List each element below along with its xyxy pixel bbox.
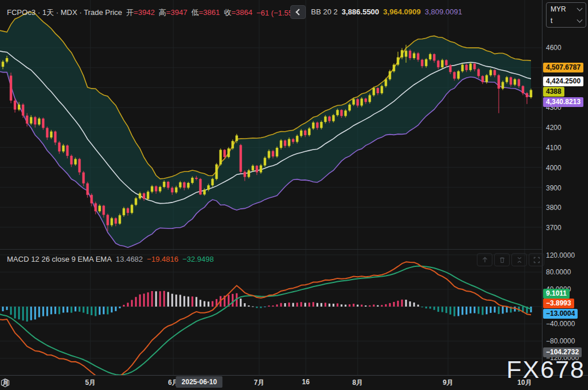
time-label: 8月 bbox=[352, 378, 363, 388]
chevron-down-icon bbox=[577, 6, 583, 12]
unit-value: t bbox=[551, 17, 552, 25]
macd-line-badge: −3.8993 bbox=[543, 299, 574, 308]
macd-hist-badge: −13.0004 bbox=[543, 309, 578, 319]
macd-signal-badge: 9.1011 bbox=[543, 289, 570, 299]
time-label: 5月 bbox=[85, 378, 96, 388]
main-chart-pane[interactable] bbox=[0, 0, 542, 249]
scale-tick: −80.0000 bbox=[546, 337, 575, 345]
bb-title[interactable]: BB 20 2 bbox=[311, 7, 337, 16]
move-pane-up-button[interactable] bbox=[477, 253, 492, 266]
price-scale[interactable]: 46004300420041004000390038003700120.0000… bbox=[542, 0, 588, 375]
ohlc-high: 高=3947 bbox=[159, 7, 188, 18]
time-label: 7月 bbox=[254, 378, 265, 388]
chart-window: FCPOc3 · 1天 · MDX · Trade Price 开=3942 高… bbox=[0, 0, 588, 390]
price-axis-border bbox=[542, 0, 543, 375]
scale-tick: 4000 bbox=[546, 164, 562, 172]
macd-pane[interactable] bbox=[0, 249, 542, 375]
time-label: 9月 bbox=[443, 378, 454, 388]
scale-tick: 80.0000 bbox=[546, 268, 571, 276]
symbol-legend: FCPOc3 · 1天 · MDX · Trade Price 开=3942 高… bbox=[7, 7, 302, 18]
macd-histogram bbox=[0, 291, 532, 322]
unit-selector[interactable]: t bbox=[551, 17, 582, 25]
bb-basis-badge: 4,424.2500 bbox=[543, 77, 583, 86]
collapse-pane-button[interactable] bbox=[511, 253, 527, 266]
macd-signal-value: −32.9498 bbox=[183, 255, 214, 263]
currency-selector[interactable]: MYR bbox=[551, 5, 582, 13]
scale-tick: 3900 bbox=[546, 184, 562, 192]
bb-upper-value: 3,964.0909 bbox=[383, 7, 420, 16]
scale-tick: 4100 bbox=[546, 144, 562, 152]
currency-value: MYR bbox=[551, 5, 566, 13]
scale-tick: 120.0000 bbox=[546, 251, 575, 259]
bb-upper-badge: 4,507.6787 bbox=[543, 63, 583, 72]
macd-title[interactable]: MACD 12 26 close 9 EMA EMA bbox=[7, 255, 112, 263]
scale-tick: 4600 bbox=[546, 44, 562, 52]
ohlc-open: 开=3942 bbox=[126, 7, 155, 18]
scale-tick: 4200 bbox=[546, 124, 562, 132]
fx678-watermark: FX678 bbox=[506, 355, 585, 384]
bb-lower-badge: 4,340.8213 bbox=[543, 97, 583, 107]
scale-tick: 3800 bbox=[546, 204, 562, 212]
macd-pane-toolbar bbox=[477, 253, 544, 266]
last-price-badge: 4388 bbox=[543, 87, 564, 97]
ohlc-low: 低=3861 bbox=[191, 7, 220, 18]
time-scale[interactable]: 2025-06-10 月5月6月7月168月9月10月 bbox=[0, 376, 588, 390]
scale-settings-icon[interactable] bbox=[0, 378, 10, 388]
pane-separator[interactable] bbox=[0, 249, 588, 250]
crosshair-date-badge: 2025-06-10 bbox=[176, 376, 222, 388]
macd-hist-value: 13.4682 bbox=[116, 255, 143, 263]
time-label: 16 bbox=[302, 378, 309, 386]
chevron-left-icon bbox=[295, 9, 302, 15]
scale-unit-box: MYR t bbox=[546, 2, 586, 28]
ohlc-close: 收=3864 bbox=[224, 7, 253, 18]
maximize-pane-button[interactable] bbox=[529, 253, 544, 266]
bb-lower-value: 3,809.0091 bbox=[424, 7, 462, 16]
scale-tick: 3700 bbox=[546, 224, 562, 232]
legend-back-button[interactable] bbox=[290, 5, 306, 19]
bb-legend: BB 20 2 3,886.5500 3,964.0909 3,809.0091 bbox=[311, 7, 462, 16]
chevron-down-icon bbox=[577, 17, 583, 23]
macd-legend: MACD 12 26 close 9 EMA EMA 13.4682 −19.4… bbox=[7, 255, 214, 263]
scale-tick: −40.0000 bbox=[546, 320, 575, 328]
macd-line-value: −19.4816 bbox=[147, 255, 179, 263]
symbol-title[interactable]: FCPOc3 · 1天 · MDX · Trade Price bbox=[7, 7, 122, 18]
delete-pane-button[interactable] bbox=[494, 253, 510, 266]
bb-basis-value: 3,886.5500 bbox=[342, 7, 379, 16]
macd-gridlines bbox=[0, 249, 542, 375]
